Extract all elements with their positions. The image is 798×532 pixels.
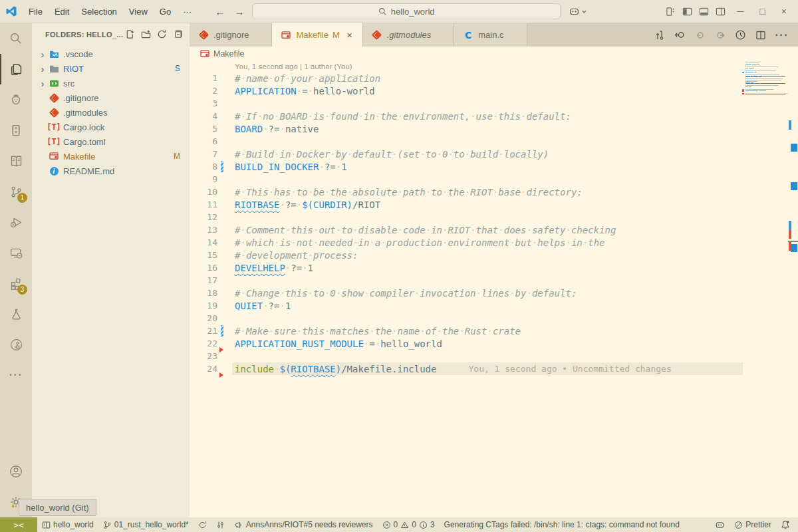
menu-file[interactable]: File xyxy=(23,7,49,17)
code-line-1[interactable]: 1#·name·of·your·application xyxy=(190,72,798,84)
discard-icon[interactable] xyxy=(674,29,686,41)
toggle-panel-icon[interactable] xyxy=(699,7,709,17)
code-line-23[interactable]: 23 xyxy=(190,350,798,362)
book-reader-icon[interactable] xyxy=(0,146,32,176)
remote-explorer-icon[interactable] xyxy=(0,237,32,268)
code-line-6[interactable]: 6 xyxy=(190,135,798,148)
tab-main.c[interactable]: Cmain.c xyxy=(454,23,527,47)
copilot-status-icon[interactable] xyxy=(710,520,730,530)
workspace-indicator[interactable]: hello_world xyxy=(37,520,98,529)
pr-indicator[interactable]: AnnsAnns/RIOT#5 needs reviewers xyxy=(229,520,378,529)
menu-go[interactable]: Go xyxy=(154,7,177,17)
line-number: 6 xyxy=(190,136,217,146)
maximize-button[interactable]: □ xyxy=(755,6,769,17)
sliders-icon[interactable] xyxy=(211,521,229,529)
code-line-20[interactable]: 20 xyxy=(190,312,798,325)
code-line-19[interactable]: 19QUIET·?=·1 xyxy=(190,299,798,312)
code-line-24[interactable]: 24include·$(RIOTBASE)/Makefile.includeYo… xyxy=(190,362,798,375)
source-control-icon[interactable]: 1 xyxy=(0,176,32,207)
breadboard-extension-icon[interactable] xyxy=(0,115,32,146)
gitlens-icon[interactable] xyxy=(0,329,32,360)
prettier-indicator[interactable]: Prettier xyxy=(730,520,776,529)
code-line-8[interactable]: 8BUILD_IN_DOCKER·?=·1 xyxy=(190,160,798,173)
toggle-secondary-sidebar-icon[interactable] xyxy=(716,7,726,17)
extensions-icon[interactable]: 3 xyxy=(0,268,32,299)
close-button[interactable]: × xyxy=(777,6,791,17)
menu-overflow[interactable]: ··· xyxy=(177,7,198,17)
new-file-icon[interactable] xyxy=(125,29,135,39)
search-view-icon[interactable] xyxy=(0,23,32,54)
menu-selection[interactable]: Selection xyxy=(75,7,122,17)
notifications-bell-icon[interactable] xyxy=(776,520,798,529)
menu-edit[interactable]: Edit xyxy=(49,7,75,17)
tab-gitignore[interactable]: .gitignore xyxy=(190,23,272,47)
nav-back-icon[interactable]: ← xyxy=(215,6,225,17)
code-line-3[interactable]: 3 xyxy=(190,97,798,110)
code-line-2[interactable]: 2APPLICATION·=·hello-world xyxy=(190,84,798,97)
code-line-16[interactable]: 16DEVELHELP·?=·1 xyxy=(190,261,798,274)
explorer-view-icon[interactable] xyxy=(0,54,32,84)
split-editor-icon[interactable] xyxy=(755,30,766,41)
code-line-5[interactable]: 5BOARD·?=·native xyxy=(190,122,798,135)
code-line-15[interactable]: 15#·development·process: xyxy=(190,249,798,261)
remote-indicator[interactable]: >< xyxy=(0,517,37,532)
code-line-7[interactable]: 7#·Build·in·Docker·by·default·(set·to·0·… xyxy=(190,148,798,160)
code-line-13[interactable]: 13#·Comment·this·out·to·disable·code·in·… xyxy=(190,223,798,236)
tree-item-cargo.lock[interactable]: [T]Cargo.lock xyxy=(32,120,190,134)
customize-layout-icon[interactable] xyxy=(666,7,676,17)
nav-forward-icon[interactable]: → xyxy=(234,6,244,17)
command-center-search[interactable]: hello_world xyxy=(252,3,561,19)
tab-makefile[interactable]: MakefileM× xyxy=(272,23,362,47)
prettier-disabled-icon xyxy=(734,521,743,529)
code-line-22[interactable]: 22APPLICATION_RUST_MODULE·=·hello_world xyxy=(190,337,798,350)
code-line-21[interactable]: 21#·Make·sure·this·matches·the·name·of·t… xyxy=(190,325,798,337)
tree-item-gitignore[interactable]: .gitignore xyxy=(32,90,190,105)
chevron-right-icon: › xyxy=(37,78,48,88)
code-line-14[interactable]: 14#·which·is·not·needed·in·a·production·… xyxy=(190,236,798,249)
code-line-4[interactable]: 4#·If·no·BOARD·is·found·in·the·environme… xyxy=(190,110,798,122)
new-folder-icon[interactable] xyxy=(141,29,151,39)
makefile-icon xyxy=(200,50,209,58)
toggle-sidebar-icon[interactable] xyxy=(682,7,692,17)
testing-icon[interactable] xyxy=(0,299,32,329)
breadcrumb[interactable]: Makefile xyxy=(190,47,798,61)
editor[interactable]: You, 1 second ago | 1 author (You) 1#·na… xyxy=(190,61,798,517)
tree-item-label: .vscode xyxy=(63,49,93,59)
close-tab-icon[interactable]: × xyxy=(345,29,354,41)
account-icon[interactable] xyxy=(0,456,32,487)
tab-gitmodules[interactable]: .gitmodules xyxy=(363,23,454,47)
tree-item-readme.md[interactable]: iREADME.md xyxy=(32,164,190,178)
ctags-message[interactable]: Generating CTags failed: /bin/sh: line 1… xyxy=(440,520,684,529)
menu-view[interactable]: View xyxy=(123,7,154,17)
previous-change-icon[interactable] xyxy=(695,30,706,41)
next-change-icon[interactable] xyxy=(715,30,726,41)
code-line-10[interactable]: 10#·This·has·to·be·the·absolute·path·to·… xyxy=(190,186,798,198)
open-changes-icon[interactable] xyxy=(654,30,665,41)
copilot-icon[interactable] xyxy=(569,6,587,17)
run-debug-icon[interactable] xyxy=(0,207,32,237)
explorer-section-title[interactable]: FOLDERS: HELLO_... xyxy=(45,31,125,39)
minimap[interactable] xyxy=(745,63,788,94)
code-line-11[interactable]: 11RIOTBASE·?=·$(CURDIR)/RIOT xyxy=(190,198,798,211)
tree-item-gitmodules[interactable]: .gitmodules xyxy=(32,105,190,120)
code-line-9[interactable]: 9 xyxy=(190,173,798,186)
tree-item-cargo.toml[interactable]: [T]Cargo.toml xyxy=(32,134,190,149)
sync-icon[interactable] xyxy=(194,521,211,529)
more-actions-icon[interactable]: ··· xyxy=(775,30,789,41)
tree-item-makefile[interactable]: MakefileM xyxy=(32,149,190,164)
code-line-18[interactable]: 18#·Change·this·to·0·show·compiler·invoc… xyxy=(190,287,798,299)
git-branch-indicator[interactable]: 01_rust_hello_world* xyxy=(98,520,194,529)
overview-ruler[interactable] xyxy=(788,61,798,517)
code-line-12[interactable]: 12 xyxy=(190,211,798,223)
timeline-icon[interactable] xyxy=(735,29,746,41)
more-views-icon[interactable]: ··· xyxy=(0,360,32,390)
raspberry-extension-icon[interactable] xyxy=(0,84,32,115)
problems-indicator[interactable]: 0 0 3 xyxy=(378,520,440,529)
code-line-17[interactable]: 17 xyxy=(190,274,798,287)
refresh-icon[interactable] xyxy=(157,29,167,39)
tree-item-riot[interactable]: ›RIOTS xyxy=(32,61,190,76)
minimize-button[interactable]: ─ xyxy=(732,6,748,17)
tree-item-src[interactable]: ›src xyxy=(32,76,190,90)
tree-item-vscode[interactable]: ›.vscode xyxy=(32,47,190,61)
collapse-all-icon[interactable] xyxy=(173,29,183,39)
